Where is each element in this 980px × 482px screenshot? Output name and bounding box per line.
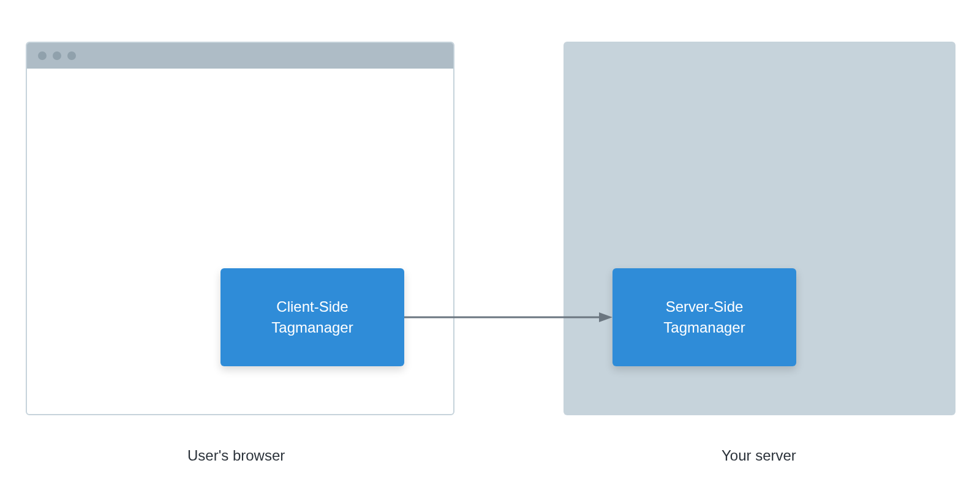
server-tag-line2: Tagmanager — [663, 317, 745, 338]
server-caption: Your server — [722, 447, 796, 464]
server-tag-line1: Server-Side — [666, 296, 744, 317]
browser-titlebar — [27, 43, 453, 69]
client-side-tagmanager-box: Client-Side Tagmanager — [221, 268, 404, 366]
browser-caption: User's browser — [187, 447, 285, 464]
traffic-light-icon — [38, 51, 47, 60]
server-side-tagmanager-box: Server-Side Tagmanager — [612, 268, 796, 366]
traffic-light-icon — [53, 51, 61, 60]
diagram-container: Client-Side Tagmanager Server-Side Tagma… — [0, 0, 980, 482]
client-tag-line1: Client-Side — [276, 296, 348, 317]
svg-marker-1 — [599, 312, 612, 322]
client-tag-line2: Tagmanager — [271, 317, 353, 338]
traffic-light-icon — [67, 51, 76, 60]
arrow-icon — [404, 311, 612, 323]
